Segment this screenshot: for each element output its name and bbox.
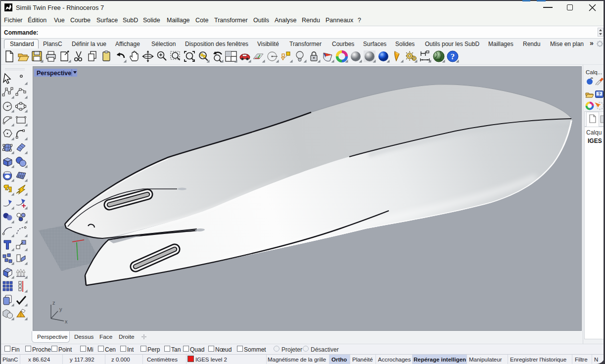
svg-text:?: ? <box>598 91 601 96</box>
svg-text:x: x <box>65 318 68 324</box>
svg-text:?: ? <box>451 52 455 61</box>
svg-text:Perspective: Perspective <box>37 70 71 77</box>
svg-text:y: y <box>59 306 62 312</box>
svg-text:z: z <box>52 300 55 306</box>
